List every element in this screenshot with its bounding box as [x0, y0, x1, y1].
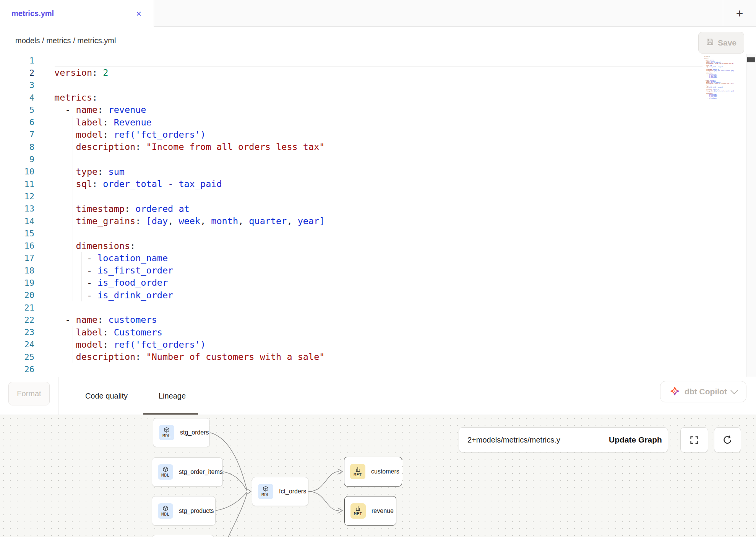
- node-label: stg_orders: [180, 429, 209, 436]
- code-line[interactable]: 13 timestamp: ordered_at: [0, 203, 746, 215]
- code-line[interactable]: 24 model: ref('fct_orders'): [0, 338, 746, 351]
- node-label: fct_orders: [279, 488, 306, 495]
- bar-chart-icon: [355, 466, 361, 472]
- editor-scrollbar[interactable]: [746, 54, 756, 377]
- code-line[interactable]: 16 dimensions:: [0, 239, 746, 252]
- cube-icon: [162, 466, 169, 472]
- tab-lineage[interactable]: Lineage: [156, 377, 189, 415]
- line-number: 22: [0, 315, 34, 325]
- node-badge: MDL: [158, 503, 173, 519]
- refresh-button[interactable]: [714, 427, 741, 452]
- lineage-node-revenue[interactable]: METrevenue: [344, 496, 396, 526]
- lineage-node-partial[interactable]: [152, 535, 214, 537]
- node-label: revenue: [372, 508, 394, 514]
- lineage-node-fct_orders[interactable]: MDLfct_orders: [252, 477, 308, 506]
- tab-code-quality[interactable]: Code quality: [80, 377, 133, 415]
- new-tab-button[interactable]: +: [727, 0, 752, 27]
- minimap-line: - is_drink_order: [704, 98, 745, 99]
- code-line[interactable]: 9: [0, 153, 746, 165]
- lineage-node-customers[interactable]: METcustomers: [344, 457, 402, 487]
- code-line[interactable]: 23 label: Customers: [0, 326, 746, 338]
- code-line[interactable]: 12: [0, 190, 746, 202]
- save-icon: [706, 38, 714, 47]
- code-line[interactable]: 18 - is_first_order: [0, 264, 746, 277]
- line-number: 12: [0, 192, 34, 201]
- line-number: 1: [0, 56, 34, 65]
- line-number: 7: [0, 130, 34, 139]
- code-line[interactable]: 1: [0, 54, 746, 67]
- save-label: Save: [718, 38, 737, 47]
- code-line[interactable]: 8 description: "Income from all orders l…: [0, 141, 746, 153]
- save-button[interactable]: Save: [698, 32, 744, 54]
- format-button[interactable]: Format: [8, 382, 50, 405]
- fullscreen-button[interactable]: [680, 427, 708, 452]
- minimap-content: version: 2 metrics: - name: revenue labe…: [704, 56, 745, 99]
- code-line[interactable]: 3: [0, 79, 746, 91]
- close-icon[interactable]: ×: [136, 9, 141, 18]
- code-line[interactable]: 19 - is_food_order: [0, 277, 746, 289]
- code-line[interactable]: 7 model: ref('fct_orders'): [0, 129, 746, 141]
- selector-input[interactable]: [459, 428, 603, 452]
- line-number: 8: [0, 142, 34, 152]
- code-line[interactable]: 5 - name: revenue: [0, 104, 746, 116]
- node-badge: MDL: [159, 425, 174, 440]
- code-line[interactable]: 15: [0, 227, 746, 239]
- breadcrumb: models / metrics / metrics.yml: [15, 27, 116, 54]
- code-line[interactable]: 20 - is_drink_order: [0, 289, 746, 301]
- line-content: metrics:: [34, 92, 97, 103]
- node-badge: MDL: [158, 464, 173, 480]
- indent-guide: [81, 252, 82, 301]
- line-content: sql: order_total - tax_paid: [34, 179, 222, 189]
- badge-label: MET: [354, 511, 362, 516]
- code-line[interactable]: 21: [0, 301, 746, 314]
- line-number: 4: [0, 93, 34, 103]
- line-content: - is_drink_order: [34, 290, 173, 301]
- dbt-copilot-button[interactable]: dbt Copilot: [660, 381, 746, 402]
- indent-guide: [73, 116, 73, 301]
- update-graph-button[interactable]: Update Graph: [603, 428, 668, 452]
- scrollbar-thumb[interactable]: [747, 57, 755, 62]
- chevron-down-icon: [730, 387, 738, 394]
- line-number: 23: [0, 327, 34, 337]
- fullscreen-icon: [689, 435, 699, 445]
- node-label: stg_order_items: [179, 469, 223, 475]
- line-number: 5: [0, 105, 34, 115]
- line-number: 14: [0, 216, 34, 226]
- line-number: 19: [0, 278, 34, 288]
- lineage-node-stg_products[interactable]: MDLstg_products: [152, 496, 216, 526]
- code-line[interactable]: 25 description: "Number of customers wit…: [0, 351, 746, 363]
- line-number: 17: [0, 253, 34, 263]
- node-badge: MET: [350, 503, 366, 519]
- badge-label: MDL: [161, 512, 169, 517]
- code-line[interactable]: 11 sql: order_total - tax_paid: [0, 178, 746, 190]
- line-number: 6: [0, 117, 34, 127]
- node-badge: MDL: [258, 484, 273, 499]
- code-line[interactable]: 2version: 2: [0, 67, 746, 79]
- bottom-toolbar: Format Code quality Lineage dbt Copilot: [0, 377, 756, 415]
- line-number: 3: [0, 80, 34, 90]
- cube-icon: [164, 427, 170, 433]
- badge-label: MET: [354, 472, 362, 477]
- line-content: label: Revenue: [34, 117, 152, 128]
- lineage-panel: MDLstg_ordersMDLstg_order_itemsMDLstg_pr…: [0, 415, 756, 537]
- lineage-node-stg_orders[interactable]: MDLstg_orders: [153, 418, 210, 447]
- code-line[interactable]: 26: [0, 363, 746, 375]
- code-lines: 12version: 234metrics:5 - name: revenue6…: [0, 54, 746, 376]
- ide-window: + metrics.yml × models / metrics / metri…: [0, 0, 756, 537]
- code-line[interactable]: 17 - location_name: [0, 252, 746, 264]
- code-line[interactable]: 6 label: Revenue: [0, 116, 746, 128]
- minimap[interactable]: version: 2 metrics: - name: revenue labe…: [704, 56, 745, 171]
- line-number: 20: [0, 290, 34, 300]
- code-line[interactable]: 14 time_grains: [day, week, month, quart…: [0, 215, 746, 227]
- code-line[interactable]: 10 type: sum: [0, 166, 746, 178]
- code-line[interactable]: 22 - name: customers: [0, 314, 746, 326]
- lineage-node-stg_order_items[interactable]: MDLstg_order_items: [152, 457, 223, 487]
- graph-selector-group: Update Graph: [459, 427, 668, 452]
- code-editor[interactable]: 12version: 234metrics:5 - name: revenue6…: [0, 54, 746, 377]
- line-content: dimensions:: [34, 241, 135, 251]
- line-content: - is_first_order: [34, 265, 173, 276]
- code-line[interactable]: 4metrics:: [0, 91, 746, 104]
- line-number: 25: [0, 352, 34, 362]
- line-number: 2: [0, 68, 34, 78]
- tab-metrics-yml[interactable]: metrics.yml ×: [0, 0, 154, 27]
